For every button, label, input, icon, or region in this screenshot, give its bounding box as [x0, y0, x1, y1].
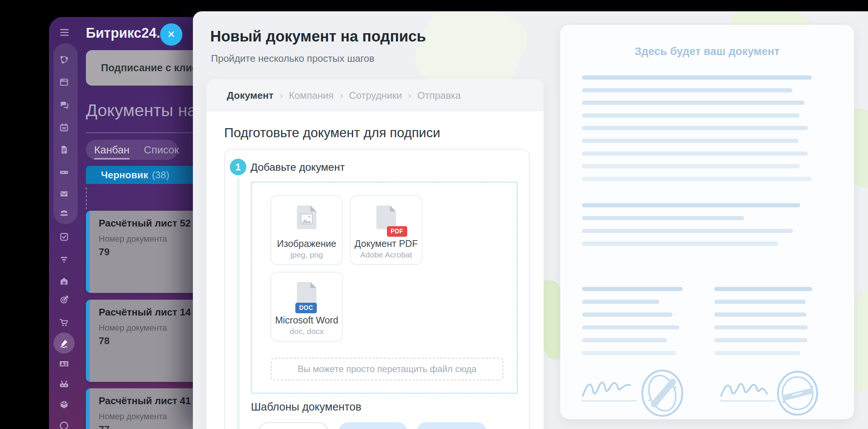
idcard-icon — [59, 359, 69, 369]
placeholder-text-line — [714, 351, 800, 355]
placeholder-text-line — [582, 338, 667, 342]
tab-list[interactable]: Список — [144, 144, 179, 156]
sidebar-item-people[interactable] — [57, 206, 71, 220]
step-label: Добавьте документ — [251, 161, 345, 173]
step-number-badge: 1 — [230, 159, 246, 175]
placeholder-text-line — [582, 88, 792, 92]
sidebar-item-task[interactable] — [57, 230, 71, 244]
sidebar — [49, 17, 81, 429]
stamp-icon — [638, 369, 687, 418]
upload-tile-pdf[interactable]: PDF Документ PDF Adobe Acrobat — [350, 195, 422, 265]
templates-heading: Шаблоны документов — [251, 401, 361, 413]
signature-line — [720, 400, 775, 401]
template-pill[interactable] — [258, 422, 329, 429]
stamp-icon — [773, 369, 822, 417]
sidebar-item-idcard[interactable] — [57, 357, 71, 371]
placeholder-text-line — [582, 351, 676, 355]
chevron-right-icon: › — [408, 90, 411, 101]
close-button[interactable]: ✕ — [160, 23, 182, 46]
sidebar-item-sign-pen[interactable] — [57, 336, 71, 350]
sidebar-item-calendar[interactable] — [57, 121, 71, 134]
drive-icon — [59, 167, 69, 177]
placeholder-text-line — [582, 300, 659, 304]
placeholder-text-line — [582, 229, 793, 233]
sidebar-item-robot[interactable] — [57, 378, 71, 391]
store-icon — [59, 276, 69, 286]
signature-line — [582, 400, 637, 401]
upload-tile-image[interactable]: Изображение jpeg, png — [270, 195, 343, 265]
prepare-document-heading: Подготовьте документ для подписи — [224, 125, 440, 140]
drag-file-hint[interactable]: Вы можете просто перетащить файл сюда — [271, 358, 503, 380]
breadcrumb-item[interactable]: Сотрудники — [349, 90, 402, 101]
placeholder-text-line — [582, 325, 679, 329]
breadcrumb: Документ›Компания›Сотрудники›Отправка — [206, 79, 544, 112]
template-pill[interactable] — [416, 422, 487, 429]
word-file-icon — [271, 282, 342, 306]
chat-icon — [59, 100, 69, 110]
tab-kanban[interactable]: Канбан — [94, 144, 130, 159]
dot-icon — [59, 419, 69, 429]
signature-squiggle — [581, 372, 638, 401]
placeholder-text-line — [582, 75, 812, 80]
cart-icon — [59, 317, 69, 327]
placeholder-text-line — [582, 177, 812, 181]
placeholder-text-line — [582, 126, 808, 130]
sidebar-item-menu[interactable] — [57, 25, 71, 39]
sign-pen-icon — [59, 338, 69, 348]
placeholder-text-line — [582, 101, 804, 105]
sidebar-item-dot[interactable] — [57, 417, 71, 429]
step-card-add-document: 1 Добавьте документ — [224, 149, 530, 429]
wizard-subtitle: Пройдите несколько простых шагов — [211, 53, 374, 64]
sidebar-item-target[interactable] — [57, 293, 71, 306]
placeholder-text-line — [582, 242, 778, 246]
calendar-icon — [59, 123, 69, 132]
sidebar-item-window[interactable] — [57, 75, 71, 89]
chevron-right-icon: › — [280, 90, 283, 101]
placeholder-text-line — [714, 313, 807, 317]
sidebar-item-network[interactable] — [57, 53, 71, 66]
funnel-icon — [59, 254, 69, 264]
task-icon — [59, 232, 69, 242]
mail-icon — [59, 189, 69, 199]
placeholder-text-line — [714, 338, 807, 342]
kanban-page-title: Документы на — [86, 101, 197, 120]
sidebar-item-funnel[interactable] — [57, 253, 71, 266]
window-icon — [59, 77, 69, 87]
view-tabs: Канбан Список — [86, 140, 178, 160]
upload-tile-word[interactable]: DOC Microsoft Word doc, docx — [270, 272, 343, 342]
wizard-panel: Документ›Компания›Сотрудники›Отправка По… — [206, 79, 544, 429]
upload-area: Изображение jpeg, png PDF Документ PDF — [251, 182, 518, 394]
network-icon — [59, 55, 69, 64]
placeholder-text-line — [714, 287, 812, 291]
sidebar-item-cube[interactable] — [57, 398, 71, 411]
placeholder-text-line — [714, 300, 806, 304]
sidebar-item-document[interactable] — [57, 143, 71, 156]
placeholder-text-line — [714, 325, 808, 329]
close-icon: ✕ — [167, 29, 176, 40]
placeholder-text-line — [582, 139, 799, 143]
document-preview-panel: Здесь будет ваш документ — [560, 25, 854, 419]
placeholder-text-line — [582, 203, 800, 207]
preview-title: Здесь будет ваш документ — [560, 45, 854, 58]
sidebar-item-drive[interactable] — [57, 165, 71, 179]
template-pill[interactable] — [338, 422, 408, 429]
placeholder-text-line — [582, 164, 800, 168]
pdf-file-icon — [351, 205, 422, 229]
sign-wizard-slider: Новый документ на подпись Пройдите неско… — [193, 11, 868, 429]
people-icon — [59, 208, 69, 218]
robot-icon — [59, 380, 69, 389]
wizard-title: Новый документ на подпись — [210, 28, 426, 45]
placeholder-text-line — [582, 216, 744, 220]
sidebar-item-cart[interactable] — [57, 316, 71, 329]
screen: Битрикс24. Подписание с клиен Документы … — [0, 0, 868, 429]
target-icon — [59, 295, 69, 305]
sidebar-item-mail[interactable] — [57, 187, 71, 201]
sidebar-item-store[interactable] — [57, 274, 71, 288]
placeholder-text-line — [582, 313, 672, 317]
breadcrumb-item[interactable]: Отправка — [417, 90, 461, 101]
sidebar-item-chat[interactable] — [57, 98, 71, 112]
breadcrumb-item[interactable]: Документ — [227, 90, 274, 101]
image-file-icon — [271, 205, 342, 229]
signature-squiggle — [720, 374, 776, 401]
breadcrumb-item[interactable]: Компания — [289, 90, 334, 101]
